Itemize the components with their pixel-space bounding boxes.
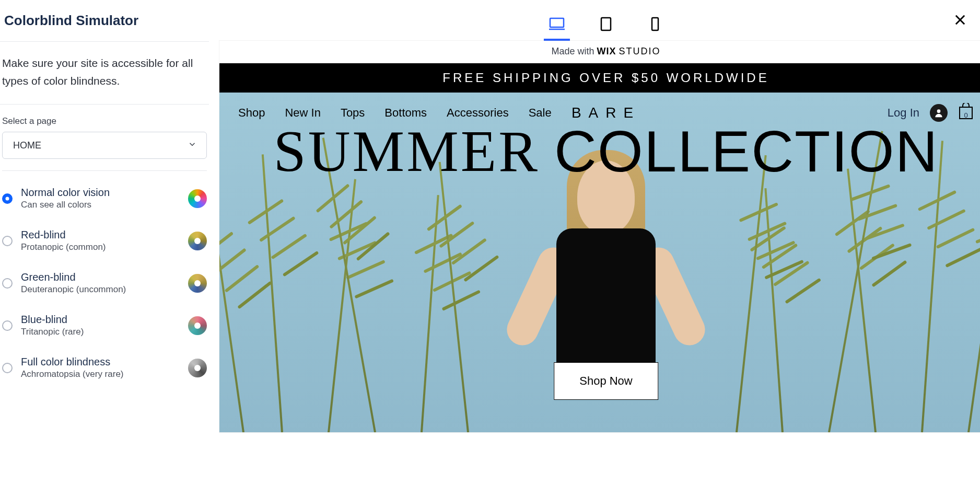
chevron-down-icon	[188, 140, 197, 152]
page-select-label: Select a page	[0, 105, 209, 132]
page-select-value: HOME	[13, 140, 41, 151]
shop-now-button[interactable]: Shop Now	[554, 362, 658, 400]
option-title: Full color blindness	[21, 356, 180, 368]
radio-icon	[2, 193, 13, 204]
radio-icon	[2, 278, 13, 289]
svg-rect-2	[550, 18, 564, 27]
option-subtitle: Tritanopic (rare)	[21, 327, 180, 337]
color-wheel-icon	[188, 189, 207, 208]
page-select[interactable]: HOME	[2, 132, 207, 159]
hero-title-word2: COLLECTION	[554, 118, 939, 185]
vision-option-3[interactable]: Blue-blindTritanopic (rare)	[2, 304, 207, 347]
panel-description: Make sure your site is accessible for al…	[0, 42, 209, 105]
made-with-label: Made with WIX STUDIO	[219, 41, 980, 63]
nav-link-accessories[interactable]: Accessories	[447, 106, 509, 120]
option-subtitle: Protanopic (common)	[21, 242, 180, 252]
user-avatar-icon[interactable]	[930, 104, 948, 122]
nav-link-shop[interactable]: Shop	[238, 106, 265, 120]
site-brand[interactable]: BARE	[571, 105, 640, 121]
color-wheel-icon	[188, 359, 207, 377]
nav-link-new-in[interactable]: New In	[285, 106, 320, 120]
shopping-bag-icon[interactable]: 0	[958, 103, 974, 123]
svg-rect-5	[652, 18, 658, 30]
login-link[interactable]: Log In	[888, 106, 919, 120]
vision-option-2[interactable]: Green-blindDeuteranopic (uncommon)	[2, 262, 207, 304]
device-tab-tablet[interactable]	[593, 15, 619, 41]
svg-point-6	[937, 109, 941, 113]
nav-link-tops[interactable]: Tops	[341, 106, 365, 120]
nav-link-sale[interactable]: Sale	[529, 106, 552, 120]
option-subtitle: Achromatopsia (very rare)	[21, 369, 180, 380]
radio-icon	[2, 320, 13, 331]
option-title: Red-blind	[21, 229, 180, 241]
option-subtitle: Deuteranopic (uncommon)	[21, 284, 180, 295]
option-title: Blue-blind	[21, 314, 180, 326]
svg-rect-4	[601, 18, 611, 30]
vision-option-1[interactable]: Red-blindProtanopic (common)	[2, 220, 207, 262]
radio-icon	[2, 236, 13, 246]
site-preview: Made with WIX STUDIO FREE SHIPPING OVER …	[219, 41, 980, 432]
vision-option-4[interactable]: Full color blindnessAchromatopsia (very …	[2, 347, 207, 389]
option-title: Normal color vision	[21, 187, 180, 199]
device-tab-desktop[interactable]	[544, 15, 570, 41]
color-wheel-icon	[188, 232, 207, 250]
color-wheel-icon	[188, 274, 207, 293]
option-title: Green-blind	[21, 271, 180, 283]
panel-title: Colorblind Simulator	[4, 13, 138, 29]
cart-count: 0	[958, 111, 974, 119]
option-subtitle: Can see all colors	[21, 200, 180, 210]
device-tab-mobile[interactable]	[642, 15, 668, 41]
hero-title-word1: SUMMER	[273, 118, 539, 185]
vision-option-0[interactable]: Normal color visionCan see all colors	[2, 177, 207, 220]
radio-icon	[2, 363, 13, 373]
nav-link-bottoms[interactable]: Bottoms	[384, 106, 427, 120]
color-wheel-icon	[188, 316, 207, 335]
close-button[interactable]	[953, 13, 967, 29]
promo-banner: FREE SHIPPING OVER $50 WORLDWIDE	[219, 63, 980, 93]
